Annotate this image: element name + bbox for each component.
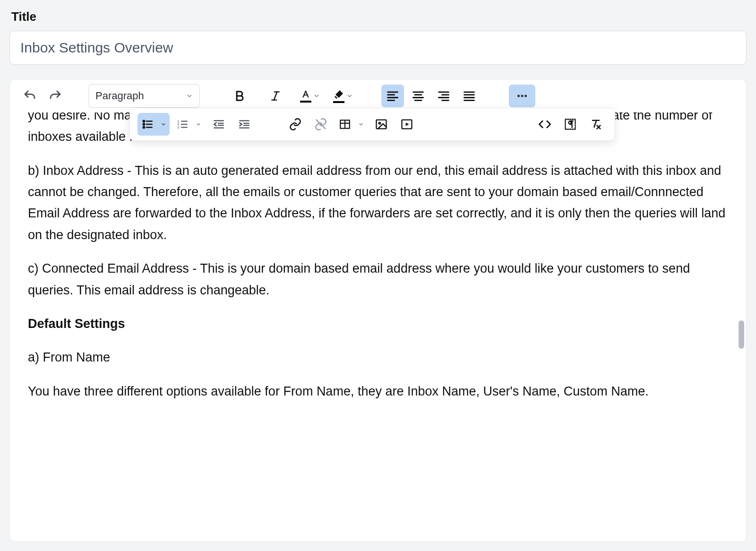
content-paragraph: b) Inbox Address - This is an auto gener… [28, 160, 728, 246]
redo-icon [48, 89, 62, 103]
scrollbar-thumb[interactable] [739, 320, 744, 349]
svg-line-2 [274, 92, 277, 100]
bullet-list-icon [141, 118, 154, 130]
insert-image-button[interactable] [370, 113, 393, 136]
align-justify-icon [463, 89, 476, 103]
svg-point-24 [143, 123, 145, 125]
align-justify-button[interactable] [458, 85, 481, 107]
svg-point-20 [521, 95, 524, 97]
bold-button[interactable] [228, 85, 251, 107]
svg-point-26 [143, 127, 145, 128]
table-icon [339, 118, 351, 130]
image-icon [375, 118, 388, 131]
align-left-icon [386, 89, 399, 103]
clear-formatting-button[interactable] [584, 113, 607, 136]
bold-icon [233, 89, 246, 103]
chevron-down-icon [358, 121, 364, 127]
redo-button[interactable] [44, 85, 67, 107]
bullet-list-button[interactable] [137, 113, 170, 136]
text-color-button[interactable] [300, 85, 320, 107]
editor-content-area[interactable]: you desire. No matter the From Name (See… [10, 112, 746, 542]
content-paragraph: a) From Name [28, 347, 728, 368]
title-input[interactable] [9, 31, 747, 65]
svg-point-21 [524, 95, 527, 97]
chevron-down-icon [186, 93, 193, 99]
show-invisibles-button[interactable] [559, 113, 582, 136]
svg-rect-46 [377, 120, 387, 129]
more-toolbar-button[interactable] [509, 85, 535, 107]
code-icon [538, 118, 551, 131]
svg-text:3: 3 [177, 125, 179, 129]
svg-point-19 [517, 95, 520, 97]
numbered-list-icon: 123 [176, 118, 189, 130]
italic-icon [269, 90, 282, 102]
outdent-icon [213, 118, 225, 130]
text-color-swatch [300, 101, 311, 103]
chevron-down-icon [196, 121, 201, 127]
undo-button[interactable] [18, 85, 41, 107]
chevron-down-icon [313, 93, 320, 99]
align-right-button[interactable] [432, 85, 455, 107]
block-format-label: Paragraph [95, 90, 144, 102]
svg-point-22 [143, 121, 145, 122]
chevron-down-icon [346, 93, 353, 99]
content-paragraph: You have three different options availab… [28, 381, 728, 402]
indent-button[interactable] [233, 113, 256, 136]
clear-format-icon [589, 118, 602, 131]
ellipsis-icon [515, 89, 529, 103]
insert-table-button[interactable] [335, 113, 367, 136]
align-center-button[interactable] [407, 85, 430, 107]
editor-card: Paragraph [9, 79, 747, 542]
content-heading: Default Settings [28, 313, 728, 335]
insert-media-button[interactable] [395, 113, 418, 136]
svg-marker-49 [406, 123, 409, 126]
italic-button[interactable] [264, 85, 287, 107]
align-right-icon [437, 89, 450, 103]
undo-icon [23, 89, 37, 103]
highlight-color-button[interactable] [333, 85, 353, 107]
page-root: Title Paragraph [9, 9, 747, 542]
media-icon [400, 118, 413, 131]
source-code-button[interactable] [533, 113, 556, 136]
remove-link-button[interactable] [309, 113, 332, 136]
highlight-color-swatch [333, 101, 344, 103]
pilcrow-icon [564, 118, 577, 131]
align-center-icon [412, 89, 425, 103]
highlight-icon [333, 89, 344, 100]
numbered-list-button[interactable]: 123 [172, 113, 205, 136]
block-format-select[interactable]: Paragraph [88, 84, 200, 108]
indent-icon [238, 118, 250, 130]
insert-link-button[interactable] [284, 113, 307, 136]
toolbar-secondary: 123 [129, 108, 615, 141]
content-paragraph: c) Connected Email Address - This is you… [28, 258, 728, 301]
text-color-icon [301, 89, 311, 100]
unlink-icon [314, 118, 327, 131]
align-left-button[interactable] [381, 85, 404, 107]
svg-point-47 [379, 122, 381, 124]
link-icon [289, 118, 302, 131]
chevron-down-icon [161, 121, 166, 127]
title-label: Title [11, 9, 747, 24]
outdent-button[interactable] [207, 113, 230, 136]
